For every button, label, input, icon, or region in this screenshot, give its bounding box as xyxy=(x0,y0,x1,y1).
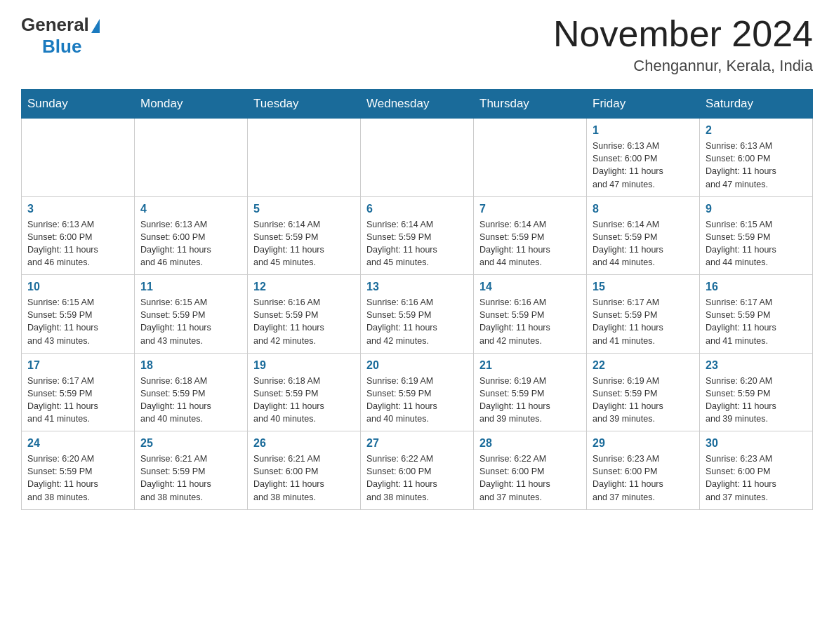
weekday-header-monday: Monday xyxy=(135,90,248,119)
calendar-cell: 16Sunrise: 6:17 AM Sunset: 5:59 PM Dayli… xyxy=(700,275,813,354)
day-number: 17 xyxy=(27,359,128,372)
day-info: Sunrise: 6:19 AM Sunset: 5:59 PM Dayligh… xyxy=(593,375,694,426)
day-info: Sunrise: 6:13 AM Sunset: 6:00 PM Dayligh… xyxy=(27,218,128,269)
day-number: 27 xyxy=(366,437,468,450)
day-info: Sunrise: 6:13 AM Sunset: 6:00 PM Dayligh… xyxy=(140,218,241,269)
day-number: 7 xyxy=(479,203,581,215)
day-info: Sunrise: 6:18 AM Sunset: 5:59 PM Dayligh… xyxy=(140,375,241,426)
calendar-week-row: 3Sunrise: 6:13 AM Sunset: 6:00 PM Daylig… xyxy=(22,196,813,275)
day-info: Sunrise: 6:14 AM Sunset: 5:59 PM Dayligh… xyxy=(479,218,581,269)
day-number: 13 xyxy=(366,281,468,293)
day-info: Sunrise: 6:14 AM Sunset: 5:59 PM Dayligh… xyxy=(593,218,694,269)
calendar-cell: 26Sunrise: 6:21 AM Sunset: 6:00 PM Dayli… xyxy=(248,431,361,510)
calendar-cell: 12Sunrise: 6:16 AM Sunset: 5:59 PM Dayli… xyxy=(248,275,361,354)
day-number: 8 xyxy=(593,203,694,215)
calendar-cell xyxy=(361,119,474,197)
calendar-cell: 8Sunrise: 6:14 AM Sunset: 5:59 PM Daylig… xyxy=(587,196,700,275)
calendar-cell: 20Sunrise: 6:19 AM Sunset: 5:59 PM Dayli… xyxy=(361,353,474,431)
day-number: 20 xyxy=(366,359,468,372)
day-number: 29 xyxy=(593,437,694,450)
day-info: Sunrise: 6:17 AM Sunset: 5:59 PM Dayligh… xyxy=(27,375,128,426)
calendar-cell: 13Sunrise: 6:16 AM Sunset: 5:59 PM Dayli… xyxy=(361,275,474,354)
day-info: Sunrise: 6:14 AM Sunset: 5:59 PM Dayligh… xyxy=(253,218,355,269)
day-number: 6 xyxy=(366,203,468,215)
logo: General Blue xyxy=(21,14,100,58)
day-number: 9 xyxy=(706,203,807,215)
day-number: 21 xyxy=(479,359,581,372)
day-number: 11 xyxy=(140,281,241,293)
day-info: Sunrise: 6:21 AM Sunset: 6:00 PM Dayligh… xyxy=(253,452,355,504)
day-info: Sunrise: 6:22 AM Sunset: 6:00 PM Dayligh… xyxy=(479,452,581,504)
month-year-title: November 2024 xyxy=(553,14,813,54)
calendar-cell: 11Sunrise: 6:15 AM Sunset: 5:59 PM Dayli… xyxy=(135,275,248,354)
day-info: Sunrise: 6:13 AM Sunset: 6:00 PM Dayligh… xyxy=(593,140,694,191)
calendar-cell xyxy=(474,119,587,197)
day-number: 22 xyxy=(593,359,694,372)
day-number: 18 xyxy=(140,359,241,372)
day-number: 3 xyxy=(27,203,128,215)
weekday-header-saturday: Saturday xyxy=(700,90,813,119)
day-number: 2 xyxy=(706,124,807,137)
logo-triangle-icon xyxy=(91,19,100,33)
day-info: Sunrise: 6:15 AM Sunset: 5:59 PM Dayligh… xyxy=(706,218,807,269)
calendar-cell: 18Sunrise: 6:18 AM Sunset: 5:59 PM Dayli… xyxy=(135,353,248,431)
day-number: 14 xyxy=(479,281,581,293)
calendar-cell: 28Sunrise: 6:22 AM Sunset: 6:00 PM Dayli… xyxy=(474,431,587,510)
day-info: Sunrise: 6:21 AM Sunset: 5:59 PM Dayligh… xyxy=(140,452,241,504)
day-number: 19 xyxy=(253,359,355,372)
day-info: Sunrise: 6:22 AM Sunset: 6:00 PM Dayligh… xyxy=(366,452,468,504)
calendar-cell: 4Sunrise: 6:13 AM Sunset: 6:00 PM Daylig… xyxy=(135,196,248,275)
title-block: November 2024 Chengannur, Kerala, India xyxy=(553,14,813,75)
calendar-week-row: 24Sunrise: 6:20 AM Sunset: 5:59 PM Dayli… xyxy=(22,431,813,510)
day-number: 30 xyxy=(706,437,807,450)
day-info: Sunrise: 6:17 AM Sunset: 5:59 PM Dayligh… xyxy=(593,296,694,347)
calendar-cell: 5Sunrise: 6:14 AM Sunset: 5:59 PM Daylig… xyxy=(248,196,361,275)
day-info: Sunrise: 6:16 AM Sunset: 5:59 PM Dayligh… xyxy=(479,296,581,347)
calendar-cell: 30Sunrise: 6:23 AM Sunset: 6:00 PM Dayli… xyxy=(700,431,813,510)
weekday-header-sunday: Sunday xyxy=(22,90,135,119)
day-number: 5 xyxy=(253,203,355,215)
calendar-cell: 27Sunrise: 6:22 AM Sunset: 6:00 PM Dayli… xyxy=(361,431,474,510)
weekday-header-friday: Friday xyxy=(587,90,700,119)
calendar-cell: 1Sunrise: 6:13 AM Sunset: 6:00 PM Daylig… xyxy=(587,119,700,197)
calendar-cell: 22Sunrise: 6:19 AM Sunset: 5:59 PM Dayli… xyxy=(587,353,700,431)
calendar-cell: 15Sunrise: 6:17 AM Sunset: 5:59 PM Dayli… xyxy=(587,275,700,354)
day-info: Sunrise: 6:19 AM Sunset: 5:59 PM Dayligh… xyxy=(479,375,581,426)
day-number: 26 xyxy=(253,437,355,450)
day-info: Sunrise: 6:15 AM Sunset: 5:59 PM Dayligh… xyxy=(140,296,241,347)
calendar-cell: 10Sunrise: 6:15 AM Sunset: 5:59 PM Dayli… xyxy=(22,275,135,354)
calendar-cell xyxy=(248,119,361,197)
calendar-cell: 24Sunrise: 6:20 AM Sunset: 5:59 PM Dayli… xyxy=(22,431,135,510)
day-number: 12 xyxy=(253,281,355,293)
calendar-week-row: 1Sunrise: 6:13 AM Sunset: 6:00 PM Daylig… xyxy=(22,119,813,197)
day-number: 16 xyxy=(706,281,807,293)
day-info: Sunrise: 6:16 AM Sunset: 5:59 PM Dayligh… xyxy=(366,296,468,347)
weekday-header-tuesday: Tuesday xyxy=(248,90,361,119)
calendar-cell: 19Sunrise: 6:18 AM Sunset: 5:59 PM Dayli… xyxy=(248,353,361,431)
day-info: Sunrise: 6:17 AM Sunset: 5:59 PM Dayligh… xyxy=(706,296,807,347)
day-number: 15 xyxy=(593,281,694,293)
calendar-week-row: 10Sunrise: 6:15 AM Sunset: 5:59 PM Dayli… xyxy=(22,275,813,354)
calendar-cell: 21Sunrise: 6:19 AM Sunset: 5:59 PM Dayli… xyxy=(474,353,587,431)
calendar-cell: 7Sunrise: 6:14 AM Sunset: 5:59 PM Daylig… xyxy=(474,196,587,275)
day-info: Sunrise: 6:19 AM Sunset: 5:59 PM Dayligh… xyxy=(366,375,468,426)
calendar-cell: 17Sunrise: 6:17 AM Sunset: 5:59 PM Dayli… xyxy=(22,353,135,431)
calendar-cell: 9Sunrise: 6:15 AM Sunset: 5:59 PM Daylig… xyxy=(700,196,813,275)
day-info: Sunrise: 6:13 AM Sunset: 6:00 PM Dayligh… xyxy=(706,140,807,191)
calendar-cell: 14Sunrise: 6:16 AM Sunset: 5:59 PM Dayli… xyxy=(474,275,587,354)
day-number: 10 xyxy=(27,281,128,293)
calendar-cell: 6Sunrise: 6:14 AM Sunset: 5:59 PM Daylig… xyxy=(361,196,474,275)
logo-general-text: General xyxy=(21,14,89,36)
calendar-cell: 2Sunrise: 6:13 AM Sunset: 6:00 PM Daylig… xyxy=(700,119,813,197)
calendar-cell: 29Sunrise: 6:23 AM Sunset: 6:00 PM Dayli… xyxy=(587,431,700,510)
calendar-table: SundayMondayTuesdayWednesdayThursdayFrid… xyxy=(21,89,813,510)
weekday-header-row: SundayMondayTuesdayWednesdayThursdayFrid… xyxy=(22,90,813,119)
logo-blue-text: Blue xyxy=(42,36,81,57)
day-info: Sunrise: 6:15 AM Sunset: 5:59 PM Dayligh… xyxy=(27,296,128,347)
day-number: 25 xyxy=(140,437,241,450)
day-info: Sunrise: 6:14 AM Sunset: 5:59 PM Dayligh… xyxy=(366,218,468,269)
day-info: Sunrise: 6:18 AM Sunset: 5:59 PM Dayligh… xyxy=(253,375,355,426)
calendar-cell xyxy=(22,119,135,197)
calendar-cell xyxy=(135,119,248,197)
day-info: Sunrise: 6:20 AM Sunset: 5:59 PM Dayligh… xyxy=(27,452,128,504)
